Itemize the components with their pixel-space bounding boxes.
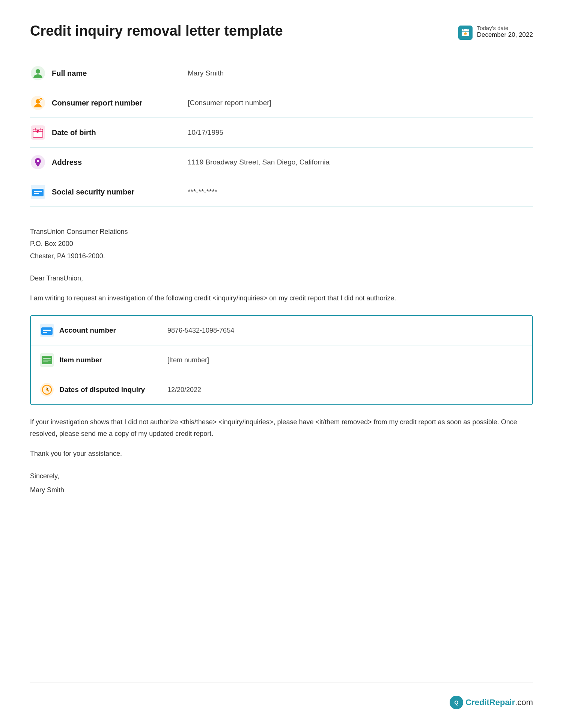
footer-divider [30,683,533,683]
dates-label: Dates of disputed inquiry [59,384,145,396]
svg-text:Q: Q [455,699,459,705]
inquiry-left-item: Item number [40,353,167,367]
location-icon [30,154,46,170]
footer: Q CreditRepair.com [450,696,533,709]
greeting: Dear TransUnion, [30,273,533,284]
address-label: Address [52,158,82,167]
dob-label: Date of birth [52,128,96,137]
person-icon [30,65,46,81]
svg-rect-25 [43,360,51,360]
inquiry-left-account: Account number [40,323,167,338]
info-left-fullname: Full name [30,65,188,81]
account-value: 9876-5432-1098-7654 [167,325,234,336]
info-section: Full name Mary Smith $ Consumer report n… [30,59,533,207]
inquiry-row-dates: Dates of disputed inquiry 12/20/2022 [31,375,532,404]
disputed-date-icon [40,383,54,397]
info-left-consumer-report: $ Consumer report number [30,95,188,111]
svg-rect-16 [34,191,42,192]
logo-main: CreditRepair [465,698,515,707]
consumer-report-value: [Consumer report number] [188,99,533,107]
svg-text:$: $ [40,98,42,102]
date-value: December 20, 2022 [477,31,533,39]
paragraph3: Thank you for your assistance. [30,448,533,460]
svg-point-3 [36,69,40,74]
item-value: [Item number] [167,354,209,366]
info-row-dob: ★ Date of birth 10/17/1995 [30,118,533,148]
item-label: Item number [59,354,102,366]
account-label: Account number [59,324,116,336]
svg-point-29 [46,389,48,390]
creditrepair-logo-icon: Q [450,696,463,709]
svg-rect-19 [41,327,53,335]
svg-rect-24 [43,358,51,359]
paragraph1: I am writing to request an investigation… [30,292,533,304]
recipient-line2: P.O. Box 2000 [30,238,533,250]
info-left-address: Address [30,154,188,170]
calendar-icon [458,26,473,40]
page-header: Credit inquiry removal letter template T… [30,23,533,40]
svg-point-13 [37,160,39,162]
inquiry-box: Account number 9876-5432-1098-7654 Item … [30,315,533,405]
date-text: Today's date December 20, 2022 [477,25,533,39]
account-icon [40,323,54,338]
recipient-line3: Chester, PA 19016-2000. [30,250,533,262]
closing: Sincerely, [30,470,533,482]
inquiry-row-item: Item number [Item number] [31,345,532,375]
info-row-consumer-report: $ Consumer report number [Consumer repor… [30,88,533,118]
credit-icon: $ [30,95,46,111]
paragraph2: If your investigation shows that I did n… [30,416,533,439]
svg-rect-17 [34,193,39,194]
recipient-block: TransUnion Consumer Relations P.O. Box 2… [30,226,533,262]
dob-value: 10/17/1995 [188,128,533,137]
info-row-address: Address 1119 Broadway Street, San Diego,… [30,148,533,177]
page-title: Credit inquiry removal letter template [30,23,283,40]
signature: Mary Smith [30,484,533,496]
fullname-label: Full name [52,69,87,78]
date-box: Today's date December 20, 2022 [458,25,533,40]
svg-rect-15 [32,189,44,196]
logo-text: CreditRepair.com [465,698,533,707]
closing-section: Sincerely, Mary Smith [30,470,533,496]
info-left-dob: ★ Date of birth [30,125,188,140]
logo-box: Q CreditRepair.com [450,696,533,709]
info-row-ssn: Social security number ***-**-**** [30,177,533,207]
dates-value: 12/20/2022 [167,384,201,396]
info-row-fullname: Full name Mary Smith [30,59,533,88]
svg-rect-21 [43,332,47,333]
letter-body: TransUnion Consumer Relations P.O. Box 2… [30,226,533,496]
consumer-report-label: Consumer report number [52,99,142,107]
inquiry-row-account: Account number 9876-5432-1098-7654 [31,316,532,345]
info-left-ssn: Social security number [30,184,188,200]
dob-icon: ★ [30,125,46,140]
recipient-line1: TransUnion Consumer Relations [30,226,533,238]
item-icon [40,353,54,367]
svg-rect-26 [43,362,48,362]
address-value: 1119 Broadway Street, San Diego, Califor… [188,158,533,166]
ssn-label: Social security number [52,188,134,196]
svg-rect-20 [43,330,51,331]
inquiry-left-dates: Dates of disputed inquiry [40,383,167,397]
ssn-value: ***-**-**** [188,188,533,196]
fullname-value: Mary Smith [188,69,533,77]
ssn-icon [30,184,46,200]
logo-suffix: .com [515,698,533,707]
date-label: Today's date [477,25,533,31]
